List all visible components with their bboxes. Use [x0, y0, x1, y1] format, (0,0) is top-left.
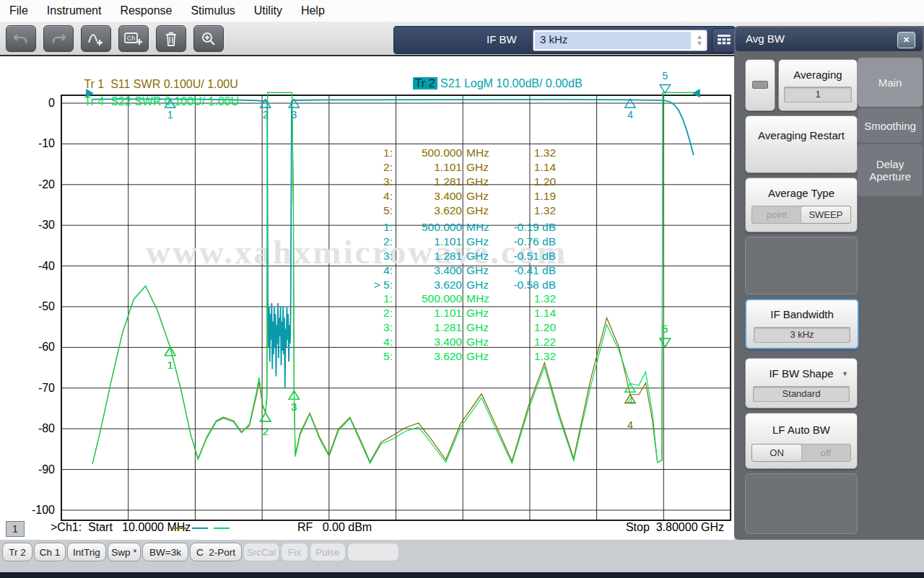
marker-row: 2:1.101GHz-0.76 dB — [359, 235, 556, 249]
marker-triangle-icon — [660, 338, 670, 347]
if-bandwidth-button[interactable]: IF Bandwidth 3 kHz — [745, 299, 859, 349]
panel-header[interactable]: Avg BW ✕ — [736, 27, 923, 51]
trace4-label[interactable]: Tr 4 S22 SWR 0.100U/ 1.00U — [65, 82, 239, 121]
marker-row: > 5:3.620GHz-0.58 dB — [359, 278, 556, 292]
menu-instrument[interactable]: Instrument — [38, 1, 111, 20]
marker-row: 3:1.281GHz1.20 — [359, 175, 556, 189]
blank-softkey-2 — [745, 473, 858, 534]
spinner-arrows-icon[interactable]: ▲▼ — [692, 30, 707, 51]
tab-main[interactable]: Main — [858, 58, 923, 107]
statusbar-c-2-port[interactable]: C 2-Port — [190, 543, 242, 561]
ifbw-label: IF BW — [487, 33, 517, 45]
ifbw-value-field[interactable]: 3 kHz — [535, 32, 691, 49]
legend-dash-icon — [214, 527, 230, 529]
averaging-restart-button[interactable]: Averaging Restart — [745, 115, 858, 173]
marker-label: 4 — [627, 395, 633, 406]
statusbar-empty — [347, 543, 399, 561]
if-bandwidth-value: 3 kHz — [754, 327, 850, 343]
average-type-button[interactable]: Average Type point SWEEP — [745, 178, 858, 232]
statusbar-ch-1[interactable]: Ch 1 — [34, 543, 66, 561]
marker-table-2: 1:500.000MHz-0.19 dB2:1.101GHz-0.76 dB3:… — [359, 220, 556, 292]
marker-row: 1:500.000MHz1.32 — [359, 292, 556, 306]
close-icon[interactable]: ✕ — [897, 32, 915, 48]
marker-table-3: 1:500.000MHz1.322:1.101GHz1.143:1.281GHz… — [359, 292, 556, 364]
statusbar-swp-[interactable]: Swp * — [108, 543, 141, 561]
legend-dash-icon — [192, 527, 208, 529]
statusbar-tr-2[interactable]: Tr 2 — [2, 543, 32, 561]
zoom-icon[interactable] — [193, 25, 224, 52]
marker-label: 4 — [627, 419, 633, 431]
y-tick--40: -40 — [25, 260, 55, 273]
average-type-segmented[interactable]: point SWEEP — [751, 206, 851, 224]
statusbar-bw-3k[interactable]: BW=3k — [142, 543, 188, 561]
menu-bar: FileInstrumentResponseStimulusUtilityHel… — [0, 0, 924, 22]
svg-text:Ch: Ch — [127, 35, 136, 42]
statusbar-pulse: Pulse — [310, 543, 346, 561]
y-tick--50: -50 — [25, 300, 55, 313]
marker-row: 5:3.620GHz1.32 — [359, 203, 556, 218]
marker-row: 3:1.281GHz-0.51 dB — [359, 249, 556, 263]
average-type-sweep-option[interactable]: SWEEP — [801, 206, 850, 223]
menu-help[interactable]: Help — [292, 1, 334, 20]
blank-softkey-1 — [745, 237, 858, 294]
y-tick--30: -30 — [25, 219, 55, 232]
lf-auto-bw-on-option[interactable]: ON — [752, 445, 801, 461]
delete-icon[interactable] — [156, 25, 186, 52]
window-bottom-edge — [0, 572, 924, 578]
tab-smoothing[interactable]: Smoothing — [858, 108, 923, 143]
y-tick--60: -60 — [25, 341, 55, 354]
sweep-stop-label: Stop 3.80000 GHz — [626, 521, 724, 534]
marker-label: 2 — [263, 426, 269, 437]
marker-label: 3 — [291, 109, 297, 121]
marker-table-1: 1:500.000MHz1.322:1.101GHz1.143:1.281GHz… — [359, 146, 556, 218]
marker-triangle-icon — [660, 85, 670, 94]
legend-dash-icon — [170, 527, 186, 529]
marker-label: 5 — [662, 70, 668, 82]
trace-color-legend — [170, 527, 230, 529]
ifbw-shape-value: Standard — [753, 386, 850, 402]
marker-triangle-icon — [261, 413, 271, 421]
menu-file[interactable]: File — [0, 1, 38, 20]
vna-application-window: FileInstrumentResponseStimulusUtilityHel… — [0, 0, 924, 578]
menu-response[interactable]: Response — [110, 1, 181, 20]
marker-row: 1:500.000MHz-0.19 dB — [359, 220, 556, 235]
keypad-icon[interactable] — [712, 28, 736, 53]
ifbw-spinner[interactable]: 3 kHz ▲▼ — [533, 30, 707, 51]
marker-row: 1:500.000MHz1.32 — [359, 146, 556, 160]
add-channel-icon[interactable]: Ch — [118, 25, 149, 52]
menu-utility[interactable]: Utility — [245, 1, 292, 20]
marker-row: 3:1.281GHz1.20 — [359, 320, 556, 335]
y-tick--10: -10 — [25, 137, 55, 150]
statusbar-srccal: SrcCal — [243, 543, 279, 561]
toolbar-buttons: Ch — [6, 25, 224, 52]
lf-auto-bw-segmented[interactable]: ON off — [751, 444, 851, 462]
channel-status-row: 1 >Ch1: Start 10.0000 MHz RF 0.00 dBm St… — [0, 521, 734, 538]
panel-title: Avg BW — [746, 32, 785, 45]
lf-auto-bw-off-option[interactable]: off — [801, 445, 850, 461]
marker-row: 4:3.400GHz1.22 — [359, 335, 556, 349]
marker-triangle-icon — [660, 338, 670, 347]
redo-icon — [43, 25, 74, 52]
trace2-active-chip[interactable]: Tr 2 — [413, 77, 437, 89]
average-type-point-option[interactable]: point — [752, 206, 801, 223]
channel-number-badge[interactable]: 1 — [6, 521, 25, 537]
statusbar-inttrig[interactable]: IntTrig — [67, 543, 106, 561]
rf-power-label: RF 0.00 dBm — [297, 521, 372, 534]
averaging-toggle-button[interactable] — [745, 59, 775, 111]
y-tick--80: -80 — [25, 422, 55, 435]
add-trace-icon[interactable] — [81, 25, 111, 52]
trace2-label[interactable]: Tr 2 S21 LogM 10.00dB/ 0.00dB — [393, 64, 583, 103]
lf-auto-bw-button[interactable]: LF Auto BW ON off — [745, 413, 858, 469]
marker-triangle-icon — [261, 413, 271, 421]
marker-row: 4:3.400GHz1.19 — [359, 189, 556, 203]
menu-stimulus[interactable]: Stimulus — [181, 1, 244, 20]
marker-row: 2:1.101GHz1.14 — [359, 160, 556, 175]
marker-label: 4 — [627, 109, 633, 121]
averaging-button[interactable]: Averaging 1 — [778, 59, 858, 111]
ifbw-quickbar: IF BW 3 kHz ▲▼ — [393, 26, 736, 54]
marker-label: 1 — [167, 359, 173, 371]
ifbw-shape-button[interactable]: IF BW Shape ▼ Standard — [745, 358, 858, 408]
tab-delay-aperture[interactable]: Delay Aperture — [858, 144, 923, 196]
undo-icon — [6, 25, 36, 52]
dropdown-arrow-icon: ▼ — [842, 370, 848, 377]
